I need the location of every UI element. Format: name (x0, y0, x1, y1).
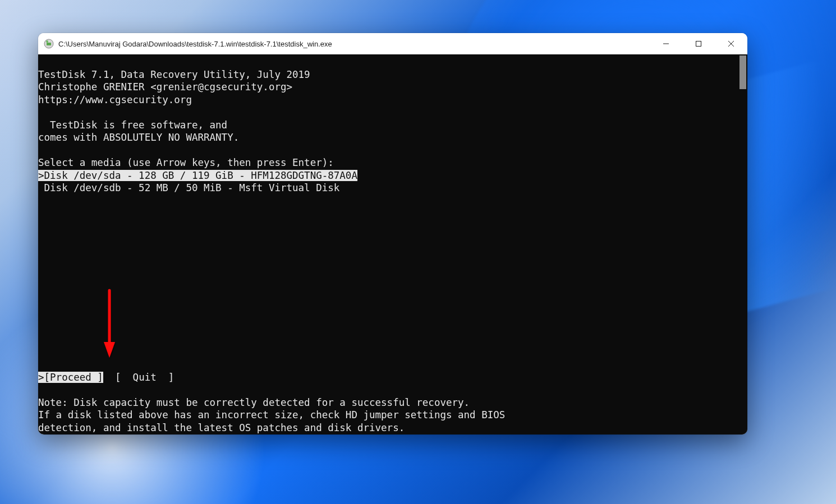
scrollbar-track[interactable] (738, 54, 747, 434)
titlebar[interactable]: C:\Users\Manuviraj Godara\Downloads\test… (38, 33, 747, 54)
app-window: C:\Users\Manuviraj Godara\Downloads\test… (38, 33, 747, 434)
minimize-button[interactable] (650, 33, 682, 54)
terminal-line: https://www.cgsecurity.org (38, 94, 192, 105)
terminal-line: TestDisk 7.1, Data Recovery Utility, Jul… (38, 69, 310, 80)
scrollbar-thumb[interactable] (739, 56, 746, 89)
terminal-content: TestDisk 7.1, Data Recovery Utility, Jul… (38, 54, 738, 434)
close-icon (728, 40, 734, 47)
terminal-line: If a disk listed above has an incorrect … (38, 409, 505, 420)
terminal-line: Christophe GRENIER <grenier@cgsecurity.o… (38, 81, 292, 93)
terminal-line: Note: Disk capacity must be correctly de… (38, 397, 470, 408)
maximize-button[interactable] (682, 33, 715, 54)
window-title: C:\Users\Manuviraj Godara\Downloads\test… (58, 40, 650, 48)
terminal-line: detection, and install the latest OS pat… (38, 422, 405, 433)
terminal-line: TestDisk is free software, and (38, 119, 227, 131)
disk-option[interactable]: Disk /dev/sdb - 52 MB / 50 MiB - Msft Vi… (38, 182, 339, 193)
terminal-area[interactable]: TestDisk 7.1, Data Recovery Utility, Jul… (38, 54, 747, 434)
terminal-line: comes with ABSOLUTELY NO WARRANTY. (38, 132, 239, 143)
disk-option-selected[interactable]: >Disk /dev/sda - 128 GB / 119 GiB - HFM1… (38, 170, 357, 181)
minimize-icon (663, 40, 669, 47)
proceed-button[interactable]: >[Proceed ] (38, 372, 103, 383)
quit-button[interactable]: [ Quit ] (115, 372, 174, 383)
svg-rect-4 (696, 41, 701, 47)
app-icon (44, 39, 54, 49)
svg-point-2 (46, 40, 48, 43)
close-button[interactable] (715, 33, 747, 54)
window-controls (650, 33, 747, 54)
maximize-icon (695, 40, 702, 47)
svg-rect-1 (47, 43, 51, 45)
terminal-line: Select a media (use Arrow keys, then pre… (38, 157, 334, 168)
